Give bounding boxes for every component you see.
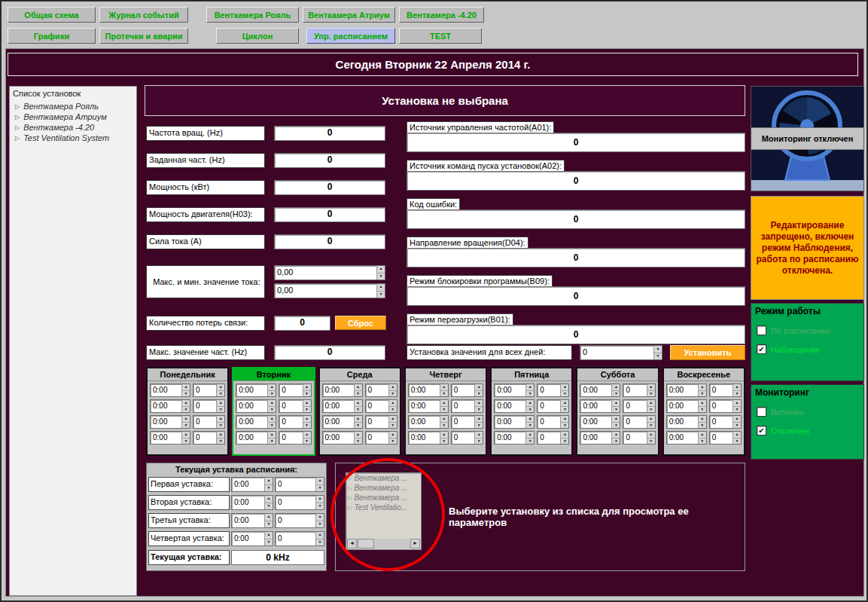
spin-up-icon[interactable]: ▲ (389, 432, 397, 439)
time-spinner[interactable]: 0:00▲▼ (494, 384, 535, 397)
value-spinner[interactable]: 0▲▼ (623, 431, 655, 445)
spin-down-icon[interactable]: ▼ (268, 423, 276, 429)
value-spinner[interactable]: 0▲▼ (451, 399, 483, 413)
spin-up-icon[interactable]: ▲ (182, 400, 190, 407)
time-spinner[interactable]: 0:00▲▼ (408, 431, 449, 445)
spin-up-icon[interactable]: ▲ (303, 432, 311, 439)
spin-down-icon[interactable]: ▼ (217, 407, 224, 413)
spin-up-icon[interactable]: ▲ (475, 416, 483, 423)
spin-down-icon[interactable]: ▼ (647, 407, 655, 413)
spin-down-icon[interactable]: ▼ (733, 407, 741, 413)
scrollbar-thumb[interactable] (358, 539, 374, 549)
spin-up-icon[interactable]: ▲ (268, 384, 276, 391)
time-spinner[interactable]: 0:00▲▼ (494, 399, 535, 413)
value-spinner[interactable]: 0▲▼ (537, 384, 569, 397)
spin-down-icon[interactable]: ▼ (389, 407, 397, 413)
time-spinner[interactable]: 0:00▲▼ (236, 384, 276, 397)
spin-down-icon[interactable]: ▼ (316, 503, 324, 510)
spin-up-icon[interactable]: ▲ (355, 416, 362, 423)
expand-icon[interactable]: ▷ (348, 485, 352, 491)
time-spinner[interactable]: 0:00▲▼ (150, 399, 190, 413)
spin-down-icon[interactable]: ▼ (182, 391, 190, 397)
spin-down-icon[interactable]: ▼ (265, 485, 273, 492)
time-spinner[interactable]: 0:00▲▼ (666, 399, 707, 413)
time-spinner[interactable]: 0:00▲▼ (666, 415, 707, 429)
toolbar-button[interactable]: Протечки и аварии (99, 28, 188, 44)
spin-up-icon[interactable]: ▲ (647, 400, 655, 407)
value-spinner[interactable]: 0▲▼ (709, 384, 742, 397)
spin-down-icon[interactable]: ▼ (355, 439, 362, 445)
time-spinner[interactable]: 0:00▲▼ (231, 513, 273, 528)
expand-icon[interactable]: ▷ (15, 135, 20, 142)
spin-up-icon[interactable]: ▲ (561, 416, 568, 423)
spin-up-icon[interactable]: ▲ (440, 400, 448, 407)
time-spinner[interactable]: 0:00▲▼ (236, 399, 276, 413)
value-spinner[interactable]: 0▲▼ (193, 399, 225, 413)
spin-up-icon[interactable]: ▲ (182, 384, 190, 391)
spin-down-icon[interactable]: ▼ (440, 423, 448, 429)
spin-down-icon[interactable]: ▼ (699, 423, 706, 429)
value-spinner[interactable]: 0▲▼ (537, 399, 569, 413)
all-days-spinner[interactable]: 0 ▲▼ (580, 345, 662, 360)
spin-down-icon[interactable]: ▼ (654, 353, 662, 360)
value-spinner[interactable]: 0▲▼ (275, 531, 324, 546)
value-spinner[interactable]: 0▲▼ (275, 495, 324, 510)
spin-up-icon[interactable]: ▲ (268, 416, 276, 423)
spin-down-icon[interactable]: ▼ (647, 391, 655, 397)
spin-up-icon[interactable]: ▲ (475, 400, 483, 407)
checkbox[interactable] (757, 325, 766, 335)
value-spinner[interactable]: 0▲▼ (365, 384, 397, 397)
spin-down-icon[interactable]: ▼ (561, 439, 568, 445)
spin-down-icon[interactable]: ▼ (561, 407, 568, 413)
spin-up-icon[interactable]: ▲ (268, 432, 276, 439)
checkbox[interactable] (757, 407, 766, 417)
value-spinner[interactable]: 0▲▼ (451, 431, 483, 445)
time-spinner[interactable]: 0:00▲▼ (231, 495, 273, 510)
spin-up-icon[interactable]: ▲ (612, 400, 620, 407)
sidebar-item[interactable]: ▷Венткамера Рояль (10, 101, 136, 112)
spin-up-icon[interactable]: ▲ (355, 400, 362, 407)
spin-down-icon[interactable]: ▼ (268, 391, 276, 397)
spin-up-icon[interactable]: ▲ (355, 432, 362, 439)
spin-down-icon[interactable]: ▼ (316, 539, 324, 546)
value-spinner[interactable]: 0▲▼ (275, 477, 324, 492)
spin-up-icon[interactable]: ▲ (526, 416, 534, 423)
spin-up-icon[interactable]: ▲ (440, 416, 448, 423)
spin-up-icon[interactable]: ▲ (733, 384, 741, 391)
spin-up-icon[interactable]: ▲ (733, 416, 741, 423)
spin-up-icon[interactable]: ▲ (316, 514, 324, 521)
spin-up-icon[interactable]: ▲ (733, 400, 741, 407)
value-spinner[interactable]: 0▲▼ (365, 399, 397, 413)
spin-up-icon[interactable]: ▲ (389, 384, 397, 391)
installation-listbox[interactable]: ▷Венткамера ...▷Венткамера ...▷Венткамер… (346, 472, 422, 550)
value-spinner[interactable]: 0▲▼ (279, 431, 311, 445)
spin-down-icon[interactable]: ▼ (377, 292, 385, 298)
time-spinner[interactable]: 0:00▲▼ (322, 399, 363, 413)
spin-up-icon[interactable]: ▲ (265, 532, 273, 539)
time-spinner[interactable]: 0:00▲▼ (408, 415, 449, 429)
spin-down-icon[interactable]: ▼ (303, 439, 311, 445)
spin-up-icon[interactable]: ▲ (316, 496, 324, 503)
spin-down-icon[interactable]: ▼ (217, 423, 224, 429)
spin-up-icon[interactable]: ▲ (265, 478, 273, 485)
spin-down-icon[interactable]: ▼ (561, 423, 568, 429)
spin-down-icon[interactable]: ▼ (355, 407, 362, 413)
spin-down-icon[interactable]: ▼ (699, 439, 706, 445)
value-spinner[interactable]: 0▲▼ (365, 415, 397, 429)
toolbar-button[interactable]: Венткамера Рояль (206, 7, 299, 23)
spin-up-icon[interactable]: ▲ (612, 384, 620, 391)
spin-down-icon[interactable]: ▼ (355, 391, 362, 397)
toolbar-button[interactable]: Упр. расписанием (306, 28, 395, 44)
spin-down-icon[interactable]: ▼ (440, 407, 448, 413)
value-spinner[interactable]: 0▲▼ (623, 415, 655, 429)
time-spinner[interactable]: 0:00▲▼ (494, 415, 535, 429)
value-spinner[interactable]: 0▲▼ (193, 431, 225, 445)
spin-down-icon[interactable]: ▼ (316, 485, 324, 492)
time-spinner[interactable]: 0:00▲▼ (408, 384, 449, 397)
sidebar-item[interactable]: ▷Венткамера Атриум (10, 112, 136, 122)
spin-down-icon[interactable]: ▼ (182, 439, 190, 445)
value-spinner[interactable]: 0▲▼ (279, 384, 311, 397)
scroll-right-button[interactable]: ► (410, 539, 420, 549)
spin-up-icon[interactable]: ▲ (612, 416, 620, 423)
value-spinner[interactable]: 0▲▼ (193, 415, 225, 429)
